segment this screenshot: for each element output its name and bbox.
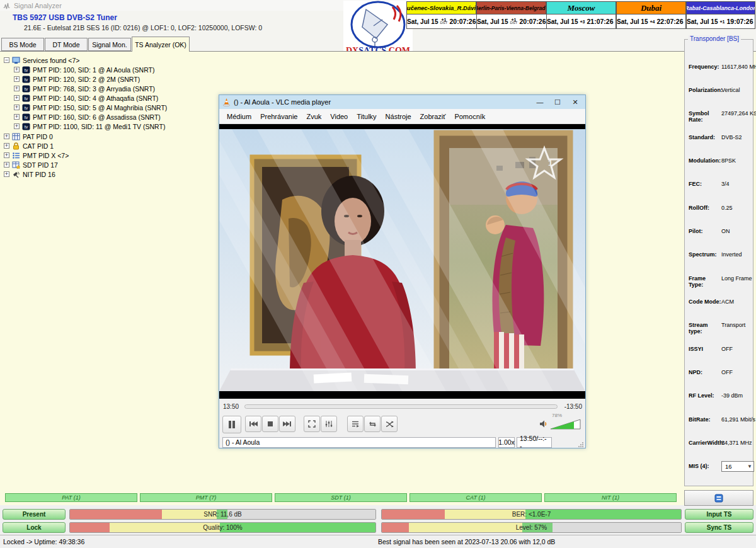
expand-icon[interactable] [14, 86, 20, 91]
field-value: 61,291 Mbit/s [721, 416, 755, 423]
expand-icon[interactable] [14, 95, 20, 101]
field-label: Code Mode: [689, 299, 721, 305]
tree-item-nit[interactable]: NIT PID 16 [4, 169, 55, 179]
expand-icon[interactable] [14, 105, 20, 110]
playback-speed[interactable]: 1.00x [498, 437, 515, 448]
clock-berlin: Berlin-Paris-Vienna-Belgrade Sat, Jul 15… [476, 1, 546, 29]
menu-playback[interactable]: Prehrávanie [256, 111, 301, 122]
volume-slider[interactable] [551, 419, 581, 430]
resize-grip[interactable] [578, 442, 584, 448]
panel-action-button[interactable] [684, 490, 753, 506]
tv-icon: tv [22, 85, 30, 93]
maximize-icon[interactable]: ☐ [549, 95, 566, 109]
menu-help[interactable]: Pomocník [450, 111, 489, 122]
expand-icon[interactable] [4, 162, 9, 168]
stop-button[interactable] [262, 416, 278, 432]
tab-bs-mode[interactable]: BS Mode [1, 38, 44, 51]
clock-date: Sat, Jul 15 [617, 18, 648, 25]
satellite-dish-icon: DXSATCS.COM [343, 1, 413, 57]
tab-signal-mon[interactable]: Signal Mon. [88, 38, 131, 51]
sync-ts-indicator: Sync TS [685, 522, 753, 533]
tree-item-service-6[interactable]: tv PMT PID: 160, SID: 6 @ Assadissa (SNR… [14, 112, 161, 122]
field-label: BitRate: [689, 416, 721, 423]
tree-item-service-7[interactable]: tv PMT PID: 1100, SID: 11 @ Medi1 TV (SN… [14, 122, 165, 131]
vlc-titlebar[interactable]: () - Al Aoula - VLC media player — ☐ ✕ [219, 95, 585, 109]
tree-item-services-root[interactable]: Services found <7> [4, 55, 79, 65]
tree-item-service-3[interactable]: tv PMT PID: 768, SID: 3 @ Arryadia (SNRT… [14, 84, 155, 93]
transponder-groupbox: Frequency:11617,840 MHz Polarization:Ver… [684, 39, 753, 486]
shuffle-button[interactable] [381, 416, 398, 432]
tv-icon: tv [22, 94, 30, 102]
expand-icon[interactable] [14, 76, 20, 82]
menu-tools[interactable]: Nástroje [382, 111, 415, 122]
pat-table-icon [12, 133, 20, 140]
cat-lock-icon [12, 142, 20, 150]
expand-icon[interactable] [4, 152, 9, 158]
clock-date: Sat, Jul 15 [547, 18, 578, 25]
tab-ts-analyzer[interactable]: TS Analyzer (OK) [132, 37, 190, 52]
field-label: Modulation: [689, 157, 721, 164]
menu-subtitles[interactable]: Titulky [353, 111, 380, 122]
expand-icon[interactable] [14, 123, 20, 129]
tree-label: PMT PID: 140, SID: 4 @ Athaqafia (SNRT) [33, 94, 158, 102]
clock-offset: +3 [580, 20, 585, 23]
svg-text:tv: tv [25, 106, 28, 110]
playlist-button[interactable] [347, 416, 364, 432]
field-value: ON [721, 228, 730, 234]
field-value: 34,371 MHz [721, 440, 752, 446]
field-value: Vertical [721, 87, 740, 93]
loop-button[interactable] [364, 416, 381, 432]
previous-button[interactable] [245, 416, 261, 432]
time-display[interactable]: 13:50/--:-- [517, 437, 552, 448]
field-value: 0.25 [721, 205, 733, 211]
equalizer-button[interactable] [321, 416, 337, 432]
menu-view[interactable]: Zobraziť [416, 111, 450, 122]
seek-slider[interactable] [244, 404, 558, 409]
field-label: RollOff: [689, 205, 721, 211]
clock-lucenec: Lučenec-Slovakia_R.Dávid Sat, Jul 15+1DS… [406, 1, 476, 29]
services-icon [12, 57, 20, 64]
transponder-groupbox-title: Transponder [BS] [688, 35, 741, 42]
tree-item-service-5[interactable]: tv PMT PID: 150, SID: 5 @ Al Maghribia (… [14, 103, 167, 112]
menu-video[interactable]: Video [326, 111, 352, 122]
field-label: Standard: [689, 134, 721, 140]
tree-item-service-2[interactable]: tv PMT PID: 120, SID: 2 @ 2M (SNRT) [14, 74, 140, 84]
now-playing-field[interactable]: () - Al Aoula [222, 437, 496, 448]
tree-item-pmt-x[interactable]: PMT PID X <7> [4, 151, 69, 160]
pause-button[interactable] [222, 416, 241, 433]
expand-icon[interactable] [4, 171, 9, 177]
tree-item-pat[interactable]: PAT PID 0 [4, 132, 53, 141]
menu-audio[interactable]: Zvuk [302, 111, 325, 122]
expand-icon[interactable] [14, 114, 20, 120]
svg-text:tv: tv [25, 115, 28, 120]
collapse-icon[interactable] [4, 57, 9, 63]
field-label: ISSYI [689, 346, 721, 352]
volume-percent: 78% [552, 413, 562, 418]
fullscreen-button[interactable] [304, 416, 320, 432]
mis-dropdown[interactable]: 16▼ [721, 461, 754, 472]
clock-date: Sat, Jul 15 [477, 18, 508, 25]
expand-icon[interactable] [14, 67, 20, 72]
tree-item-service-4[interactable]: tv PMT PID: 140, SID: 4 @ Athaqafia (SNR… [14, 93, 158, 103]
field-value: 27497,264 KS/s [721, 110, 756, 123]
equalizer-icon [325, 420, 333, 428]
clock-dubai: Dubai Sat, Jul 15+422:07:26 [616, 1, 686, 29]
minimize-icon[interactable]: — [531, 95, 549, 109]
stop-icon [267, 421, 273, 427]
ber-value: BER: <1.0E-7 [381, 509, 682, 520]
speaker-icon[interactable] [539, 420, 547, 428]
loop-icon [369, 421, 377, 428]
tree-item-cat[interactable]: CAT PID 1 [4, 141, 54, 151]
expand-icon[interactable] [4, 134, 9, 139]
fullscreen-icon [308, 420, 316, 428]
menu-medium[interactable]: Médium [223, 111, 255, 122]
field-label: Polarization: [689, 87, 721, 93]
close-icon[interactable]: ✕ [566, 95, 584, 109]
tab-dt-mode[interactable]: DT Mode [45, 38, 88, 51]
tree-item-service-1[interactable]: tv PMT PID: 100, SID: 1 @ Al Aoula (SNRT… [14, 65, 155, 74]
expand-icon[interactable] [4, 143, 9, 149]
clock-name: Moscow [547, 2, 616, 14]
tree-item-sdt[interactable]: SDT PID 17 [4, 160, 58, 169]
next-button[interactable] [279, 416, 295, 432]
clock-time: 20:07:26 [519, 18, 546, 25]
